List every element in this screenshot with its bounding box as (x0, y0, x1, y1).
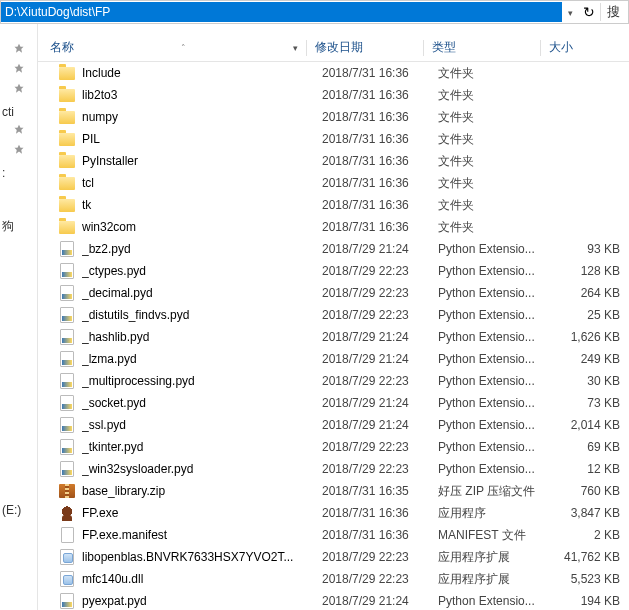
file-row[interactable]: mfc140u.dll2018/7/29 22:23应用程序扩展5,523 KB (38, 568, 629, 590)
column-header-size[interactable]: 大小 (541, 39, 611, 56)
file-row[interactable]: Include2018/7/31 16:36文件夹 (38, 62, 629, 84)
file-type: Python Extensio... (438, 594, 554, 608)
file-row[interactable]: _win32sysloader.pyd2018/7/29 22:23Python… (38, 458, 629, 480)
file-row[interactable]: FP.exe.manifest2018/7/31 16:36MANIFEST 文… (38, 524, 629, 546)
file-name: Include (82, 66, 322, 80)
file-size: 2,014 KB (554, 418, 624, 432)
file-name: PyInstaller (82, 154, 322, 168)
file-type: 文件夹 (438, 219, 554, 236)
file-date: 2018/7/29 22:23 (322, 440, 438, 454)
file-date: 2018/7/31 16:36 (322, 154, 438, 168)
file-row[interactable]: base_library.zip2018/7/31 16:35好压 ZIP 压缩… (38, 480, 629, 502)
pyd-icon (58, 306, 76, 324)
file-type: Python Extensio... (438, 462, 554, 476)
file-type: 文件夹 (438, 197, 554, 214)
sort-indicator-icon: ˄ (78, 43, 289, 53)
file-row[interactable]: win32com2018/7/31 16:36文件夹 (38, 216, 629, 238)
pin-icon[interactable] (0, 83, 37, 97)
file-name: _bz2.pyd (82, 242, 322, 256)
file-name: _decimal.pyd (82, 286, 322, 300)
file-row[interactable]: _lzma.pyd2018/7/29 21:24Python Extensio.… (38, 348, 629, 370)
file-date: 2018/7/31 16:35 (322, 484, 438, 498)
file-name: _hashlib.pyd (82, 330, 322, 344)
refresh-icon[interactable]: ↻ (578, 4, 600, 20)
file-name: _tkinter.pyd (82, 440, 322, 454)
sidebar-item[interactable]: 狗 (0, 219, 37, 235)
file-row[interactable]: _ssl.pyd2018/7/29 21:24Python Extensio..… (38, 414, 629, 436)
file-size: 69 KB (554, 440, 624, 454)
sidebar-item[interactable]: (E:) (0, 503, 37, 519)
file-row[interactable]: _tkinter.pyd2018/7/29 22:23Python Extens… (38, 436, 629, 458)
file-row[interactable]: FP.exe2018/7/31 16:36应用程序3,847 KB (38, 502, 629, 524)
file-row[interactable]: PyInstaller2018/7/31 16:36文件夹 (38, 150, 629, 172)
file-row[interactable]: _bz2.pyd2018/7/29 21:24Python Extensio..… (38, 238, 629, 260)
sidebar-item[interactable]: cti (0, 105, 37, 121)
pyd-icon (58, 240, 76, 258)
pyd-icon (58, 438, 76, 456)
file-type: 文件夹 (438, 153, 554, 170)
file-row[interactable]: numpy2018/7/31 16:36文件夹 (38, 106, 629, 128)
pin-icon[interactable] (0, 63, 37, 77)
file-row[interactable]: _hashlib.pyd2018/7/29 21:24Python Extens… (38, 326, 629, 348)
search-input[interactable]: 搜 (600, 3, 628, 21)
file-size: 760 KB (554, 484, 624, 498)
file-name: _ssl.pyd (82, 418, 322, 432)
file-name: tcl (82, 176, 322, 190)
file-date: 2018/7/29 22:23 (322, 572, 438, 586)
chevron-down-icon[interactable]: ▾ (293, 43, 298, 53)
column-header-date[interactable]: 修改日期 (307, 39, 423, 56)
file-date: 2018/7/29 21:24 (322, 242, 438, 256)
file-name: FP.exe.manifest (82, 528, 322, 542)
file-row[interactable]: _socket.pyd2018/7/29 21:24Python Extensi… (38, 392, 629, 414)
file-row[interactable]: lib2to32018/7/31 16:36文件夹 (38, 84, 629, 106)
file-date: 2018/7/31 16:36 (322, 176, 438, 190)
column-header-type[interactable]: 类型 (424, 39, 540, 56)
pyd-icon (58, 372, 76, 390)
sidebar-item[interactable]: : (0, 166, 37, 182)
file-row[interactable]: libopenblas.BNVRK7633HSX7YVO2T...2018/7/… (38, 546, 629, 568)
file-type: 应用程序 (438, 505, 554, 522)
address-input[interactable] (1, 2, 562, 22)
file-size: 264 KB (554, 286, 624, 300)
column-header-name[interactable]: 名称 ˄ ▾ (38, 39, 306, 56)
file-date: 2018/7/31 16:36 (322, 528, 438, 542)
file-type: 应用程序扩展 (438, 571, 554, 588)
file-size: 2 KB (554, 528, 624, 542)
file-name: _multiprocessing.pyd (82, 374, 322, 388)
file-size: 30 KB (554, 374, 624, 388)
file-row[interactable]: _ctypes.pyd2018/7/29 22:23Python Extensi… (38, 260, 629, 282)
pin-icon[interactable] (0, 124, 37, 138)
file-row[interactable]: tk2018/7/31 16:36文件夹 (38, 194, 629, 216)
file-type: 文件夹 (438, 65, 554, 82)
file-type: Python Extensio... (438, 242, 554, 256)
file-row[interactable]: _distutils_findvs.pyd2018/7/29 22:23Pyth… (38, 304, 629, 326)
file-name: _socket.pyd (82, 396, 322, 410)
folder-icon (58, 86, 76, 104)
file-size: 73 KB (554, 396, 624, 410)
file-row[interactable]: tcl2018/7/31 16:36文件夹 (38, 172, 629, 194)
file-row[interactable]: PIL2018/7/31 16:36文件夹 (38, 128, 629, 150)
file-row[interactable]: pyexpat.pyd2018/7/29 21:24Python Extensi… (38, 590, 629, 610)
dll-icon (58, 548, 76, 566)
file-row[interactable]: _decimal.pyd2018/7/29 22:23Python Extens… (38, 282, 629, 304)
file-date: 2018/7/29 22:23 (322, 550, 438, 564)
pin-icon[interactable] (0, 144, 37, 158)
address-bar: ▾ ↻ 搜 (0, 0, 629, 24)
file-name: base_library.zip (82, 484, 322, 498)
address-dropdown-icon[interactable]: ▾ (562, 5, 578, 19)
file-type: Python Extensio... (438, 396, 554, 410)
file-name: libopenblas.BNVRK7633HSX7YVO2T... (82, 550, 322, 564)
file-type: 文件夹 (438, 175, 554, 192)
zip-icon (58, 482, 76, 500)
file-name: _win32sysloader.pyd (82, 462, 322, 476)
file-name: pyexpat.pyd (82, 594, 322, 608)
file-type: Python Extensio... (438, 440, 554, 454)
file-date: 2018/7/31 16:36 (322, 110, 438, 124)
file-size: 5,523 KB (554, 572, 624, 586)
pin-icon[interactable] (0, 43, 37, 57)
column-header-row: 名称 ˄ ▾ 修改日期 类型 大小 (38, 34, 629, 62)
pyd-icon (58, 460, 76, 478)
file-type: MANIFEST 文件 (438, 527, 554, 544)
file-type: Python Extensio... (438, 264, 554, 278)
file-row[interactable]: _multiprocessing.pyd2018/7/29 22:23Pytho… (38, 370, 629, 392)
